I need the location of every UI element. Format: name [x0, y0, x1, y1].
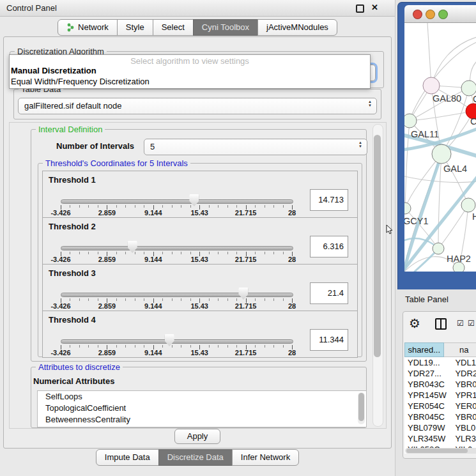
threshold-label: Threshold 2 [49, 222, 96, 231]
cell-name: YBR0 [451, 411, 476, 422]
checkbox-icon[interactable]: ☑ [468, 319, 475, 328]
threshold-panel-1: Threshold 1-3.4262.8599.14415.4321.71528… [42, 171, 358, 218]
column-header-name[interactable]: na [444, 342, 476, 357]
cell-name: YPR1 [451, 390, 476, 401]
interval-definition-title: Interval Definition [36, 125, 105, 134]
settings-scrollpane: Interval Definition Number of Intervals … [9, 122, 387, 429]
attributes-group: Attributes to discretize Numerical Attri… [31, 367, 367, 428]
network-node-hap2[interactable] [433, 243, 444, 254]
columns-icon[interactable] [435, 318, 447, 330]
tab-select[interactable]: Select [153, 19, 194, 36]
screen: Control Panel ✕ NetworkStyleSelectCyni T… [0, 0, 476, 476]
attributes-scrollbar[interactable] [358, 392, 365, 424]
network-node[interactable] [453, 262, 464, 272]
zoom-traffic-light[interactable] [438, 10, 448, 19]
threshold-value-field[interactable]: 11.344 [310, 329, 348, 351]
threshold-slider-track[interactable] [61, 199, 293, 204]
table-panel-title: Table Panel [405, 295, 449, 304]
table-row[interactable]: YDL19...YDL1 [404, 357, 476, 368]
attribute-item-betweennesscentrality[interactable]: BetweennessCentrality [38, 414, 366, 426]
number-of-intervals-label: Number of Intervals [56, 141, 134, 151]
threshold-label: Threshold 1 [49, 175, 96, 185]
mouse-cursor [386, 225, 394, 235]
tab-style[interactable]: Style [117, 19, 153, 36]
threshold-value-field[interactable]: 6.316 [310, 236, 348, 257]
attribute-item-topologicalcoefficient[interactable]: TopologicalCoefficient [38, 403, 366, 414]
settings-vertical-scrollbar[interactable] [372, 124, 383, 427]
top-tab-bar: NetworkStyleSelectCyni ToolboxjActiveMNo… [0, 19, 395, 36]
table-row[interactable]: YBR045CYBR0 [404, 411, 476, 422]
minimize-traffic-light[interactable] [426, 10, 435, 19]
network-node-gal80[interactable] [423, 77, 440, 94]
number-of-intervals-combo[interactable]: 5 ▲▼ [144, 139, 367, 155]
close-icon[interactable]: ✕ [371, 3, 378, 12]
algorithm-dropdown-popup: Select algorithm to view settings Manual… [9, 54, 371, 89]
threshold-slider-track[interactable] [61, 246, 293, 250]
table-data-combo-value: galFiltered.sif default node [24, 101, 121, 111]
table-row[interactable]: YDR27...YDR2 [404, 368, 476, 379]
threshold-value-field[interactable]: 14.713 [310, 189, 348, 211]
float-window-icon[interactable] [356, 4, 364, 13]
cyni-toolbox-panel: Discretization Algorithm ▲▼ Select algor… [3, 36, 392, 449]
table-row[interactable]: YPR145WYPR1 [404, 390, 476, 401]
network-node-label: GAL4 [443, 164, 467, 174]
bottom-tab-bar: Impute DataDiscretize DataInfer Network [0, 449, 395, 466]
cell-shared-name: YDR27... [404, 368, 451, 379]
checkbox-icon[interactable]: ☑ [457, 319, 464, 328]
table-data-combo[interactable]: galFiltered.sif default node ▲▼ [18, 98, 377, 114]
slider-tick-labels: -3.4262.8599.14415.4321.71528 [61, 256, 292, 263]
network-node-h[interactable] [461, 198, 475, 212]
network-node-gal11[interactable] [404, 114, 417, 128]
tab-label: Network [78, 22, 109, 32]
network-canvas[interactable]: GAL80GACGAL11GAL4GCY1HHAP2 [404, 23, 476, 272]
threshold-slider-track[interactable] [61, 293, 293, 297]
table-rows: YDL19...YDL1YDR27...YDR2YBR043CYBR0YPR14… [404, 357, 476, 454]
cell-name: YBL0 [451, 422, 476, 433]
algorithm-option-manual[interactable]: Manual Discretization [11, 66, 96, 75]
tab-infer-network[interactable]: Infer Network [232, 449, 299, 466]
cell-name: YER0 [451, 401, 476, 411]
network-node-label: GAL80 [433, 93, 461, 104]
numerical-attributes-list[interactable]: SelfLoopsTopologicalCoefficientBetweenne… [37, 390, 367, 427]
close-traffic-light[interactable] [413, 10, 422, 19]
algorithm-option-equal-width[interactable]: Equal Width/Frequency Discretization [11, 77, 150, 86]
stepper-icon: ▲▼ [368, 100, 372, 107]
threshold-panel-3: Threshold 3-3.4262.8599.14415.4321.71528… [42, 264, 358, 311]
attribute-item-selfloops[interactable]: SelfLoops [38, 391, 366, 403]
threshold-label: Threshold 3 [49, 268, 96, 278]
cell-name: YDR2 [451, 368, 476, 379]
table-panel: ⚙ ☑ ☑ shared... na YDL19...YDL1YDR27...Y… [403, 311, 476, 459]
gear-icon[interactable]: ⚙ [409, 316, 420, 331]
network-view-window: GAL80GACGAL11GAL4GCY1HHAP2 [397, 2, 476, 289]
threshold-slider-track[interactable] [61, 339, 293, 344]
tab-impute-data[interactable]: Impute Data [96, 449, 159, 466]
table-row[interactable]: YLR345WYLR3 [404, 433, 476, 444]
table-row[interactable]: YBR043CYBR0 [404, 379, 476, 390]
table-data-group: Table Data galFiltered.sif default node … [13, 89, 381, 119]
cell-shared-name: YPR145W [404, 390, 451, 401]
network-node-gal4[interactable] [432, 144, 451, 164]
algorithm-hint: Select algorithm to view settings [10, 56, 370, 66]
tab-jactivemnodules[interactable]: jActiveMNodules [257, 19, 337, 36]
cell-shared-name: YDL19... [404, 357, 451, 368]
network-node-label: GAL11 [411, 129, 439, 139]
table-row[interactable]: YBL079WYBL0 [404, 422, 476, 433]
apply-button[interactable]: Apply [174, 429, 220, 444]
tab-label: jActiveMNodules [266, 22, 328, 32]
table-header-row: shared... na [404, 342, 476, 357]
tab-network[interactable]: Network [58, 19, 118, 36]
tab-cyni-toolbox[interactable]: Cyni Toolbox [193, 19, 258, 36]
table-horizontal-scrollbar[interactable] [405, 448, 476, 454]
network-node-gcy1[interactable] [404, 203, 411, 214]
tab-discretize-data[interactable]: Discretize Data [158, 449, 233, 466]
threshold-value-field[interactable]: 21.4 [310, 282, 348, 304]
network-icon [66, 23, 75, 32]
tab-label: Style [126, 22, 144, 32]
threshold-panel-2: Threshold 2-3.4262.8599.14415.4321.71528… [42, 217, 358, 265]
control-panel-window: Control Panel ✕ NetworkStyleSelectCyni T… [0, 0, 395, 476]
cell-name: YLR3 [451, 433, 476, 444]
network-node-label: GCY1 [404, 216, 429, 226]
thresholds-group: Threshold's Coordinates for 5 Intervals … [38, 163, 362, 357]
table-row[interactable]: YER054CYER0 [404, 401, 476, 411]
column-header-shared-name[interactable]: shared... [404, 342, 444, 357]
